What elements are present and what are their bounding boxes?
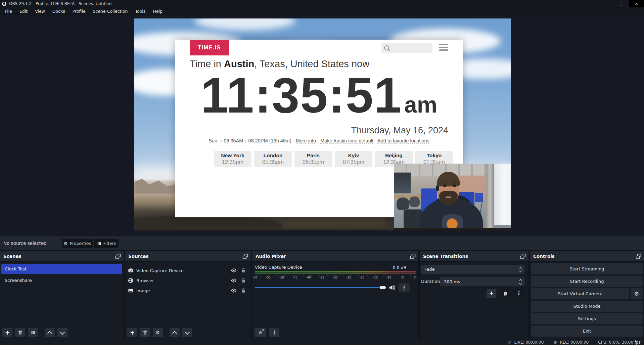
- menu-help[interactable]: Help: [149, 7, 166, 15]
- source-row-image[interactable]: Image: [125, 286, 251, 296]
- popout-icon[interactable]: [520, 254, 526, 259]
- window-controls: ✕: [599, 0, 644, 7]
- sources-header: Sources: [125, 251, 251, 262]
- remove-transition-button[interactable]: [500, 289, 510, 298]
- studio-mode-button[interactable]: Studio Mode: [531, 301, 643, 312]
- add-scene-button[interactable]: +: [2, 328, 12, 337]
- menu-view[interactable]: View: [31, 7, 49, 15]
- move-scene-up-button[interactable]: [45, 328, 55, 337]
- clock-time: 11:35:51: [201, 68, 402, 123]
- sources-title: Sources: [125, 251, 251, 261]
- move-source-up-button[interactable]: [170, 328, 180, 337]
- timeis-clock: 11:35:51am: [175, 71, 463, 120]
- world-clock-new-york: New York12:35pm: [214, 151, 251, 167]
- menu-scene-collection[interactable]: Scene Collection: [89, 7, 132, 15]
- scene-item-screenshare[interactable]: Screenshare: [1, 275, 122, 286]
- menu-docks[interactable]: Docks: [49, 7, 69, 15]
- mixer-options-button[interactable]: ⋮: [399, 283, 410, 292]
- popout-icon[interactable]: [410, 254, 416, 259]
- move-scene-down-button[interactable]: [57, 328, 67, 337]
- start-recording-button[interactable]: Start Recording: [531, 276, 643, 287]
- gear-icon: ⚙: [63, 241, 68, 246]
- move-source-down-button[interactable]: [182, 328, 192, 337]
- scenes-header: Scenes: [0, 251, 124, 262]
- source-properties-button[interactable]: ⚙: [153, 328, 163, 337]
- controls-panel: Controls Start Streaming Start Recording…: [530, 251, 644, 339]
- source-status-text: No source selected: [3, 236, 47, 250]
- add-transition-button[interactable]: +: [487, 289, 496, 298]
- settings-button[interactable]: Settings: [531, 313, 643, 324]
- scene-filters-button[interactable]: [28, 328, 38, 337]
- spinner-arrows-icon[interactable]: [516, 278, 524, 285]
- filters-button[interactable]: Filters: [94, 239, 119, 248]
- remove-scene-button[interactable]: [15, 328, 25, 337]
- globe-icon: [128, 278, 133, 283]
- scene-item-clock-test[interactable]: Clock Test: [1, 264, 122, 274]
- unlock-icon[interactable]: [241, 278, 246, 283]
- menu-tools[interactable]: Tools: [132, 7, 149, 15]
- unlock-icon[interactable]: [241, 288, 246, 293]
- transitions-header: Scene Transitions: [420, 251, 528, 262]
- cloud: [195, 18, 295, 30]
- speaker-icon[interactable]: [388, 284, 396, 291]
- source-row-browser[interactable]: Browser: [125, 275, 251, 286]
- advanced-audio-button[interactable]: ⚙⚙: [255, 328, 266, 337]
- mixer-menu-button[interactable]: ⋮: [269, 328, 279, 337]
- transition-options-button[interactable]: ⋮: [514, 289, 524, 298]
- exit-button[interactable]: Exit: [531, 326, 643, 337]
- eye-icon[interactable]: [231, 268, 236, 273]
- popout-icon[interactable]: [242, 254, 248, 259]
- preview-canvas[interactable]: TIME.IS Time in Austin, Texas, United St…: [134, 18, 511, 230]
- transitions-panel: Scene Transitions Fade Duration 300 ms +…: [420, 251, 528, 339]
- image-icon: [128, 288, 133, 293]
- live-status: LIVE: 00:00:00: [514, 340, 544, 345]
- minimize-button[interactable]: [599, 0, 614, 7]
- volume-meter: [255, 271, 416, 274]
- duration-spinner[interactable]: 300 ms: [440, 277, 524, 286]
- filter-icon: [97, 241, 101, 246]
- unlock-icon[interactable]: [241, 268, 246, 273]
- world-clock-london: London05:35pm: [254, 151, 292, 167]
- hamburger-menu-icon: [439, 44, 448, 51]
- close-button[interactable]: ✕: [629, 0, 644, 7]
- menu-edit[interactable]: Edit: [16, 7, 31, 15]
- title-bar: OBS 29.1.2 - Profile: LLHLS BETA - Scene…: [0, 0, 644, 7]
- scenes-toolbar: +: [2, 328, 67, 337]
- sources-toolbar: + ⚙: [127, 328, 192, 337]
- more-info-link: More info: [296, 138, 316, 144]
- timeis-sun-line: Sun: ↑ 06:35AM ↓ 08:20PM (13h 46m) - Mor…: [175, 138, 463, 143]
- start-virtual-camera-button[interactable]: Start Virtual Camera: [531, 288, 629, 299]
- obs-logo-icon: [2, 2, 6, 6]
- add-source-button[interactable]: +: [127, 328, 137, 337]
- popout-icon[interactable]: [636, 254, 641, 259]
- remove-source-button[interactable]: [140, 328, 150, 337]
- start-streaming-button[interactable]: Start Streaming: [531, 263, 643, 274]
- eye-icon[interactable]: [231, 288, 236, 293]
- transition-value: Fade: [421, 267, 435, 272]
- menu-bar: File Edit View Docks Profile Scene Colle…: [0, 7, 644, 15]
- meter-scale: -60 -55 -50 -45 -40 -35 -30 -25 -20 -15 …: [255, 275, 416, 280]
- menu-file[interactable]: File: [1, 7, 16, 15]
- add-favorite-link: Add to favorite locations: [377, 138, 429, 144]
- transitions-title: Scene Transitions: [420, 251, 528, 261]
- menu-profile[interactable]: Profile: [69, 7, 89, 15]
- scenes-title: Scenes: [0, 251, 124, 261]
- popout-icon[interactable]: [115, 254, 121, 259]
- volume-slider-handle[interactable]: [380, 286, 386, 289]
- transition-select[interactable]: Fade: [421, 265, 524, 274]
- audio-mixer-panel: Audio Mixer Video Capture Device 0.0 dB …: [252, 251, 418, 339]
- webcam-overlay[interactable]: [394, 164, 511, 230]
- volume-slider[interactable]: [255, 287, 385, 288]
- source-toolbar: No source selected ⚙ Properties Filters: [0, 236, 644, 250]
- source-row-video-capture[interactable]: Video Capture Device: [125, 265, 251, 275]
- duration-label: Duration: [421, 279, 440, 284]
- maximize-button[interactable]: [614, 0, 629, 7]
- rec-status-icon: [553, 340, 557, 345]
- rec-status: REC: 00:00:00: [560, 340, 589, 345]
- select-chevrons-icon: [516, 265, 524, 274]
- properties-button[interactable]: ⚙ Properties: [62, 239, 93, 248]
- status-bar: LIVE: 00:00:00 REC: 00:00:00 CPU: 0.6%, …: [0, 339, 644, 345]
- window-title: OBS 29.1.2 - Profile: LLHLS BETA - Scene…: [9, 1, 111, 6]
- virtual-camera-settings-button[interactable]: ⚙: [631, 288, 643, 299]
- eye-icon[interactable]: [231, 278, 236, 283]
